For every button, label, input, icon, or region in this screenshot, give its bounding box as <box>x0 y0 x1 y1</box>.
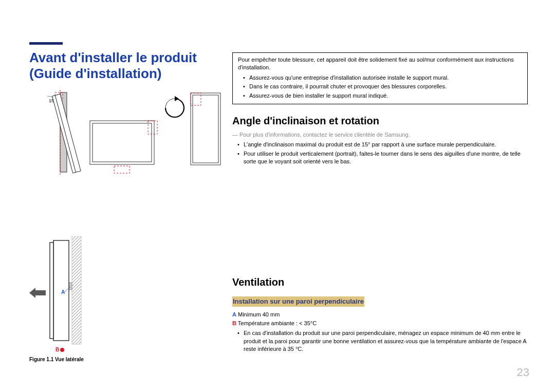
svg-rect-7 <box>114 166 130 173</box>
svg-rect-17 <box>50 242 53 339</box>
tilt-item: L'angle d'inclinaison maximal du produit… <box>232 141 528 148</box>
svg-rect-15 <box>69 283 72 290</box>
svg-rect-6 <box>92 123 152 162</box>
tilt-item: Pour utiliser le produit verticalement (… <box>232 150 528 166</box>
warning-box: Pour empêcher toute blessure, cet appare… <box>232 52 528 104</box>
vent-item: En cas d'installation du produit sur une… <box>232 329 528 353</box>
page-title: Avant d'installer le produit (Guide d'in… <box>29 50 219 82</box>
figure-side-view: A B Figure 1.1 Vue latérale <box>29 236 132 360</box>
spec-b: B Température ambiante : < 35°C <box>232 320 528 327</box>
figure-caption: Figure 1.1 Vue latérale <box>29 356 132 363</box>
accent-bar <box>29 42 63 45</box>
svg-rect-14 <box>72 236 81 344</box>
warning-item: Dans le cas contraire, il pourrait chute… <box>238 83 522 90</box>
svg-rect-12 <box>193 95 218 163</box>
figure-tilt-rotation: 15 <box>32 90 222 175</box>
warning-item: Assurez-vous qu'une entreprise d'install… <box>238 74 522 82</box>
spec-b-label: B <box>232 320 236 326</box>
spec-b-text: Température ambiante : < 35°C <box>236 320 317 326</box>
side-label-b: B <box>55 347 59 352</box>
svg-marker-21 <box>29 288 35 298</box>
svg-point-19 <box>60 348 64 352</box>
warning-item: Assurez-vous de bien installer le suppor… <box>238 92 522 100</box>
spec-a: A Minimum 40 mm <box>232 311 528 319</box>
warning-lead: Pour empêcher toute blessure, cet appare… <box>238 56 522 72</box>
tilt-note: Pour plus d'informations, contactez le s… <box>232 131 528 139</box>
heading-tilt: Angle d'inclinaison et rotation <box>232 114 528 128</box>
svg-rect-3 <box>54 94 81 173</box>
svg-rect-20 <box>34 290 46 295</box>
heading-ventilation: Ventilation <box>232 275 528 289</box>
spec-a-label: A <box>232 311 236 318</box>
spec-a-text: Minimum 40 mm <box>236 311 280 318</box>
subheading-perpendicular: Installation sur une paroi perpendiculai… <box>232 296 364 307</box>
page-number: 23 <box>517 365 529 381</box>
